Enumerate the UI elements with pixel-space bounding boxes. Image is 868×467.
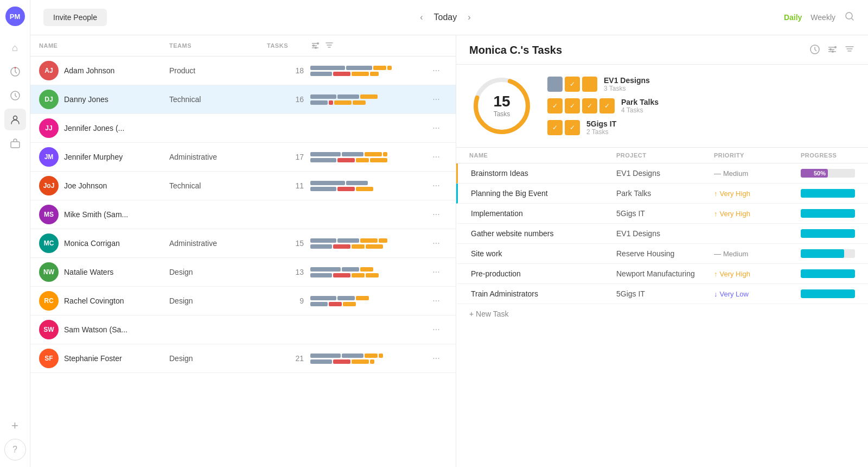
- task-row[interactable]: Site work Reserve Housing — Medium: [456, 244, 868, 264]
- table-row[interactable]: JM Jennifer Murphey Administrative 17 ··…: [30, 143, 456, 172]
- check-box[interactable]: ✓: [547, 98, 563, 113]
- check-box[interactable]: ✓: [565, 77, 580, 92]
- sidebar-item-help[interactable]: ?: [4, 439, 26, 460]
- tcol-name: NAME: [469, 152, 616, 159]
- tasks-panel-header: Monica C.'s Tasks: [456, 35, 868, 65]
- table-row[interactable]: SF Stephanie Foster Design 21 ···: [30, 344, 456, 373]
- tasks-filter-icon[interactable]: [844, 44, 855, 58]
- more-options-button[interactable]: ···: [425, 152, 447, 162]
- clock-icon[interactable]: [809, 44, 820, 58]
- table-row[interactable]: MC Monica Corrigan Administrative 15 ···: [30, 229, 456, 258]
- team-name: Design: [169, 354, 267, 363]
- person-name: Mike Smith (Sam...: [64, 210, 128, 219]
- filter-settings-icon[interactable]: [827, 44, 838, 58]
- task-row[interactable]: Pre-production Newport Manufacturing ↑ V…: [456, 264, 868, 284]
- daily-view-button[interactable]: Daily: [784, 13, 802, 22]
- svg-point-9: [312, 45, 315, 47]
- person-cell: DJ Danny Jones: [39, 90, 169, 109]
- task-bars-cell: [310, 267, 425, 277]
- check-box[interactable]: ✓: [599, 98, 615, 113]
- more-options-button[interactable]: ···: [425, 210, 447, 219]
- sidebar-item-activity[interactable]: [4, 61, 26, 83]
- table-row[interactable]: AJ Adam Johnson Product 18 ···: [30, 56, 456, 85]
- avatar: RC: [39, 291, 59, 311]
- table-row[interactable]: JJ Jennifer Jones (... ···: [30, 114, 456, 143]
- check-box[interactable]: ✓: [565, 98, 580, 113]
- task-count: 9: [267, 296, 310, 305]
- team-name: Design: [169, 296, 267, 305]
- sidebar-item-briefcase[interactable]: [4, 132, 26, 154]
- check-box[interactable]: ✓: [547, 120, 563, 135]
- table-row[interactable]: NW Natalie Waters Design 13 ···: [30, 258, 456, 287]
- task-project: Newport Manufacturing: [616, 269, 714, 278]
- table-filter-icons[interactable]: [310, 41, 425, 51]
- priority-cell: ↑ Very High: [714, 270, 801, 278]
- people-table-body: AJ Adam Johnson Product 18 ··· DJ Danny …: [30, 56, 456, 467]
- table-row[interactable]: JoJ Joe Johnson Technical 11 ···: [30, 172, 456, 200]
- invite-people-button[interactable]: Invite People: [43, 9, 107, 26]
- task-row[interactable]: Brainstorm Ideas EV1 Designs — Medium 50…: [456, 163, 868, 184]
- person-cell: JoJ Joe Johnson: [39, 176, 169, 195]
- progress-cell: 50%: [801, 169, 855, 178]
- more-options-button[interactable]: ···: [425, 296, 447, 306]
- task-row[interactable]: Gather website numbers EV1 Designs: [456, 224, 868, 244]
- prev-day-button[interactable]: ‹: [416, 10, 427, 24]
- tasks-panel-title: Monica C.'s Tasks: [469, 44, 562, 56]
- task-row[interactable]: Implementation 5Gigs IT ↑ Very High: [456, 204, 868, 224]
- check-box[interactable]: [582, 77, 597, 92]
- svg-point-5: [846, 12, 852, 19]
- person-cell: MS Mike Smith (Sam...: [39, 205, 169, 224]
- avatar: SW: [39, 320, 59, 339]
- person-cell: JJ Jennifer Jones (...: [39, 118, 169, 138]
- avatar: JM: [39, 147, 59, 167]
- person-cell: JM Jennifer Murphey: [39, 147, 169, 167]
- table-row[interactable]: DJ Danny Jones Technical 16 ···: [30, 85, 456, 114]
- more-options-button[interactable]: ···: [425, 267, 447, 277]
- task-name: Gather website numbers: [471, 229, 616, 238]
- more-options-button[interactable]: ···: [425, 238, 447, 248]
- task-project: EV1 Designs: [616, 169, 714, 178]
- task-name: Pre-production: [471, 269, 616, 278]
- person-name: Adam Johnson: [64, 66, 114, 75]
- task-row[interactable]: Planning the Big Event Park Talks ↑ Very…: [456, 184, 868, 204]
- more-options-button[interactable]: ···: [425, 66, 447, 75]
- check-box[interactable]: ✓: [565, 120, 580, 135]
- table-row[interactable]: RC Rachel Covington Design 9 ···: [30, 287, 456, 315]
- search-icon[interactable]: [844, 11, 855, 24]
- task-bars-cell: [310, 354, 425, 364]
- sidebar-item-time[interactable]: [4, 85, 26, 106]
- new-task-button[interactable]: + New Task: [456, 304, 868, 324]
- task-project: Reserve Housing: [616, 249, 714, 258]
- table-row[interactable]: SW Sam Watson (Sa... ···: [30, 315, 456, 344]
- person-name: Monica Corrigan: [64, 239, 120, 248]
- weekly-view-button[interactable]: Weekly: [810, 13, 835, 22]
- priority-cell: — Medium: [714, 250, 801, 258]
- check-group: ✓✓✓✓: [547, 98, 615, 113]
- task-name: Site work: [471, 249, 616, 258]
- today-label: Today: [434, 12, 457, 22]
- priority-cell: ↓ Very Low: [714, 290, 801, 298]
- priority-arrow-down-icon: ↓: [714, 290, 718, 298]
- more-options-button[interactable]: ···: [425, 181, 447, 191]
- more-options-button[interactable]: ···: [425, 123, 447, 133]
- check-box[interactable]: ✓: [582, 98, 597, 113]
- task-bars-cell: [310, 152, 425, 162]
- project-card: ✓ EV1 Designs 3 Tasks: [547, 76, 855, 92]
- team-name: Technical: [169, 181, 267, 190]
- sidebar-item-home[interactable]: ⌂: [4, 37, 26, 59]
- sidebar-item-add[interactable]: +: [4, 415, 26, 437]
- more-options-button[interactable]: ···: [425, 94, 447, 104]
- more-options-button[interactable]: ···: [425, 354, 447, 363]
- person-name: Danny Jones: [64, 95, 108, 104]
- sidebar-item-people[interactable]: [4, 109, 26, 130]
- svg-rect-4: [11, 142, 20, 148]
- project-card: ✓✓✓✓ Park Talks 4 Tasks: [547, 98, 855, 114]
- more-options-button[interactable]: ···: [425, 325, 447, 335]
- next-day-button[interactable]: ›: [463, 10, 475, 24]
- table-row[interactable]: MS Mike Smith (Sam... ···: [30, 200, 456, 229]
- table-header: NAME TEAMS TASKS: [30, 35, 456, 56]
- task-project: 5Gigs IT: [616, 209, 714, 218]
- task-row[interactable]: Train Administrators 5Gigs IT ↓ Very Low: [456, 284, 868, 304]
- check-box[interactable]: [547, 77, 563, 92]
- progress-cell: [801, 209, 855, 218]
